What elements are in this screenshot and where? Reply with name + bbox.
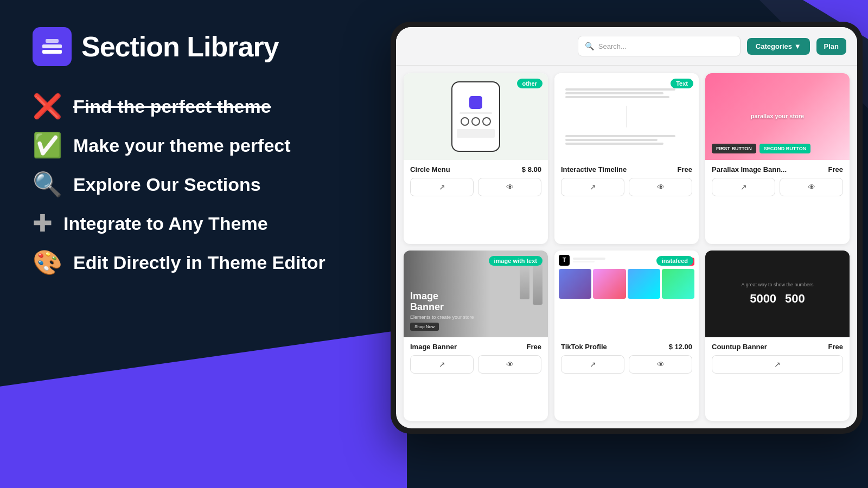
search-icon: 🔍 (33, 172, 62, 196)
countup-mock: A great way to show the numbers 5000 500 (705, 251, 850, 337)
card-title-row-6: Countup Banner Free (712, 343, 843, 351)
preview-button-5[interactable]: 👁 (629, 355, 692, 374)
card-timeline-image: Text (554, 73, 699, 160)
card-price-3: Free (828, 165, 843, 174)
circle-dot-2 (471, 117, 480, 126)
feature-item-3: 🔍 Explore Our Sections (33, 172, 380, 196)
palette-icon: 🎨 (33, 251, 62, 274)
external-link-button-6[interactable]: ↗ (712, 355, 843, 374)
card-title-2: Interactive Timeline (561, 165, 627, 174)
feature-item-4: ✚ Integrate to Any Theme (33, 211, 380, 235)
feature-list: ❌ Find the perfect theme ✅ Make your the… (33, 94, 380, 274)
card-image-banner-image: image with text ImageBanner Elements to … (404, 251, 548, 337)
preview-button-3[interactable]: 👁 (780, 178, 843, 196)
card-price-5: $ 12.00 (669, 343, 692, 351)
tiktok-logo: T (559, 255, 570, 266)
card-parallax: parallax your store FIRST BUTTON SECOND … (705, 73, 850, 244)
feature-text-4: Integrate to Any Theme (63, 213, 268, 234)
app-logo-icon (33, 27, 72, 66)
right-panel: 🔍 Search... Categories ▼ Plan other (391, 22, 868, 466)
tiktok-grid (559, 269, 694, 299)
left-panel: Section Library ❌ Find the perfect theme… (0, 0, 412, 488)
parallax-btn-2[interactable]: SECOND BUTTON (760, 144, 810, 153)
card-image-banner-footer: Image Banner Free ↗ 👁 (404, 337, 548, 379)
external-link-button-5[interactable]: ↗ (561, 355, 624, 374)
external-link-button-2[interactable]: ↗ (561, 178, 624, 196)
card-title-row-2: Interactive Timeline Free (561, 165, 692, 174)
external-link-button[interactable]: ↗ (410, 178, 474, 196)
feature-text-2: Make your theme perfect (73, 135, 291, 156)
card-actions-4: ↗ 👁 (410, 355, 541, 374)
card-title: Circle Menu (410, 165, 450, 174)
shop-now-button[interactable]: Shop Now (410, 323, 439, 331)
logo-row: Section Library (33, 27, 380, 66)
tiktok-cell-4 (662, 269, 694, 299)
feature-item-5: 🎨 Edit Directly in Theme Editor (33, 251, 380, 274)
card-actions-5: ↗ 👁 (561, 355, 692, 374)
external-link-button-4[interactable]: ↗ (410, 355, 474, 374)
card-price-2: Free (678, 165, 692, 174)
search-bar[interactable]: 🔍 Search... (578, 36, 741, 56)
countup-numbers: 5000 500 (750, 292, 805, 306)
card-actions-2: ↗ 👁 (561, 178, 692, 196)
card-countup-image: A great way to show the numbers 5000 500 (705, 251, 850, 337)
card-price-6: Free (828, 343, 843, 351)
tiktok-cell-2 (593, 269, 626, 299)
card-circle-menu-image: other (404, 73, 548, 160)
banner-title: ImageBanner (410, 291, 474, 313)
card-title-row: Circle Menu $ 8.00 (410, 165, 541, 174)
card-title-5: TikTok Profile (561, 343, 607, 351)
search-bar-icon: 🔍 (585, 42, 594, 50)
card-title-row-5: TikTok Profile $ 12.00 (561, 343, 692, 351)
card-countup-footer: Countup Banner Free ↗ (705, 337, 850, 379)
phone-mockup (451, 81, 500, 152)
search-input[interactable]: Search... (598, 42, 627, 50)
parallax-buttons: FIRST BUTTON SECOND BUTTON (712, 144, 810, 153)
card-interactive-timeline: Text (554, 73, 699, 244)
circle-dot-1 (461, 117, 469, 126)
circle-dot-3 (482, 117, 491, 126)
tablet-screen: 🔍 Search... Categories ▼ Plan other (396, 27, 857, 428)
card-title-4: Image Banner (410, 343, 457, 351)
feature-item-2: ✅ Make your theme perfect (33, 133, 380, 157)
countup-subtitle: A great way to show the numbers (741, 282, 813, 287)
tiktok-cell-1 (559, 269, 591, 299)
plus-icon: ✚ (33, 211, 53, 235)
feature-text-5: Edit Directly in Theme Editor (73, 252, 326, 273)
plan-button[interactable]: Plan (816, 38, 846, 55)
external-link-button-3[interactable]: ↗ (712, 178, 775, 196)
card-circle-menu-footer: Circle Menu $ 8.00 ↗ 👁 (404, 160, 548, 202)
preview-button[interactable]: 👁 (478, 178, 541, 196)
app-header: 🔍 Search... Categories ▼ Plan (396, 27, 857, 66)
banner-content: ImageBanner Elements to create your stor… (410, 291, 474, 331)
card-price-4: Free (527, 343, 541, 351)
tablet-frame: 🔍 Search... Categories ▼ Plan other (391, 22, 863, 434)
preview-button-4[interactable]: 👁 (478, 355, 541, 374)
card-title-row-4: Image Banner Free (410, 343, 541, 351)
card-parallax-image: parallax your store FIRST BUTTON SECOND … (705, 73, 850, 160)
badge-image-with-text: image with text (489, 256, 542, 266)
badge-instafeed: instafeed (656, 256, 693, 266)
preview-button-2[interactable]: 👁 (629, 178, 692, 196)
app-title: Section Library (81, 30, 279, 63)
card-title-6: Countup Banner (712, 343, 767, 351)
card-parallax-footer: Parallax Image Bann... Free ↗ 👁 (705, 160, 850, 202)
parallax-mock: parallax your store FIRST BUTTON SECOND … (705, 73, 850, 160)
categories-button[interactable]: Categories ▼ (747, 38, 810, 55)
parallax-btn-1[interactable]: FIRST BUTTON (712, 144, 756, 153)
badge-text: Text (671, 79, 693, 88)
card-actions: ↗ 👁 (410, 178, 541, 196)
card-countup: A great way to show the numbers 5000 500 (705, 251, 850, 421)
countup-item-2: 500 (785, 292, 805, 306)
card-price: $ 8.00 (522, 165, 541, 174)
cross-icon: ❌ (33, 94, 62, 118)
card-tiktok-footer: TikTok Profile $ 12.00 ↗ 👁 (554, 337, 699, 379)
feature-text-1: Find the perfect theme (73, 96, 271, 117)
card-timeline-footer: Interactive Timeline Free ↗ 👁 (554, 160, 699, 202)
countup-num-2: 500 (785, 292, 805, 306)
phone-circles-row (461, 117, 491, 126)
card-circle-menu: other (404, 73, 548, 244)
countup-num-1: 5000 (750, 292, 776, 306)
countup-item-1: 5000 (750, 292, 776, 306)
svg-rect-2 (46, 39, 59, 43)
